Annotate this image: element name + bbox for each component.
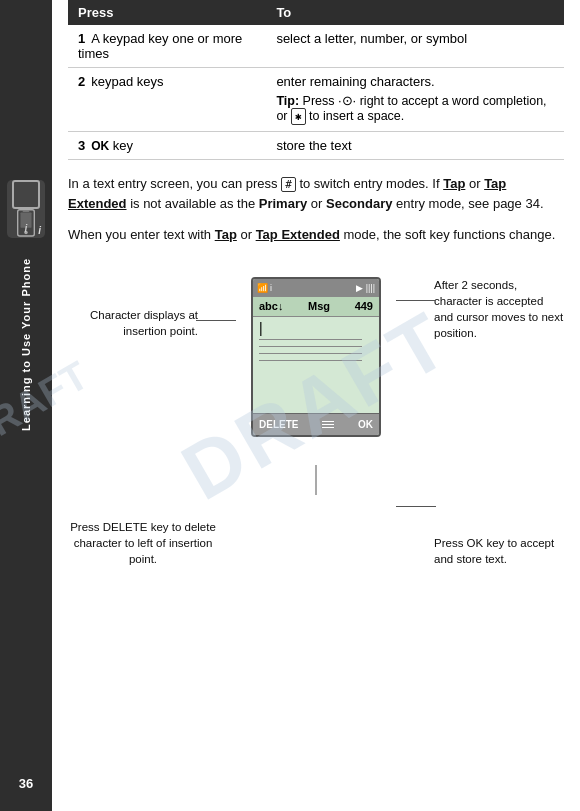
arrow-right [396,300,436,301]
table-cell-press-1: 1A keypad key one or more times [68,25,266,68]
table-cell-to-2: enter remaining characters. Tip: Press ·… [266,68,564,132]
nav-symbol: ·⊙· [338,93,356,108]
tip-text: Tip: Press ·⊙· right to accept a word co… [276,93,554,125]
phone-cursor-line [259,321,327,335]
phone-header-label: abc↓ [259,300,283,312]
secondary-ref: Secondary [326,196,392,211]
phone-icon: i [7,180,45,238]
tip-label: Tip: [276,94,299,108]
hash-key: # [281,177,296,192]
instruction-table: Press To 1A keypad key one or more times… [68,0,564,160]
press-text-3: key [109,138,133,153]
status-icon: 📶 [257,283,268,293]
arrow-left [196,320,236,321]
row-num-1: 1 [78,31,85,46]
soft-key-right: OK [358,419,373,430]
phone-header-number: 449 [355,300,373,312]
soft-key-left: DELETE [259,419,298,430]
annotation-bottom-right: Press OK key to accept and store text. [434,535,564,567]
table-row: 1A keypad key one or more times select a… [68,25,564,68]
phone-soft-keys: DELETE OK [253,413,379,435]
status-right: ▶ |||| [356,283,375,293]
table-header-press: Press [68,0,266,25]
tap-ref-1: Tap [443,176,465,191]
phone-header-title: Msg [308,300,330,312]
primary-ref: Primary [259,196,307,211]
phone-header-row: abc↓ Msg 449 [253,297,379,317]
phone-screen: 📶 i ▶ |||| abc↓ Msg 449 [251,277,381,437]
annotation-left: Character displays at insertion point. [68,307,198,339]
sidebar: i Learning to Use Your Phone 36 DRAFT [0,0,52,811]
table-cell-press-3: 3OK key [68,132,266,160]
press-text-2: keypad keys [91,74,163,89]
phone-lines [259,339,373,361]
svg-point-2 [24,231,27,234]
phone-line [259,339,362,340]
diagram-area: Character displays at insertion point. A… [68,257,564,567]
status-label: i [270,283,272,293]
svg-rect-1 [20,212,31,227]
page-number: 36 [0,776,52,791]
phone-line [259,353,362,354]
soft-key-menu-icon [322,421,334,428]
ok-key-label: OK [91,139,109,153]
row-num-3: 3 [78,138,85,153]
main-content: Press To 1A keypad key one or more times… [52,0,580,811]
table-cell-to-3: store the text [266,132,564,160]
phone-status-bar: 📶 i ▶ |||| [253,279,379,297]
svg-rect-3 [23,210,30,211]
table-cell-to-1: select a letter, number, or symbol [266,25,564,68]
status-left: 📶 i [257,283,272,293]
body-paragraph-1: In a text entry screen, you can press # … [68,174,564,213]
phone-line [259,346,362,347]
annotation-bottom-left: Press DELETE key to delete character to … [68,519,218,567]
table-row: 3OK key store the text [68,132,564,160]
star-key: ✱ [291,108,306,125]
row-num-2: 2 [78,74,85,89]
arrow-bottom [316,465,317,495]
table-header-to: To [266,0,564,25]
table-row: 2keypad keys enter remaining characters.… [68,68,564,132]
tap-ref-2: Tap [215,227,237,242]
body-paragraph-2: When you enter text with Tap or Tap Exte… [68,225,564,245]
table-cell-press-2: 2keypad keys [68,68,266,132]
arrow-bottom-right [396,506,436,507]
annotation-right: After 2 seconds, character is accepted a… [434,277,564,341]
to-text-2: enter remaining characters. [276,74,434,89]
tap-extended-ref-2: Tap Extended [256,227,340,242]
phone-body [253,317,379,393]
phone-line [259,360,362,361]
sidebar-label: Learning to Use Your Phone [20,258,32,431]
press-text-1: A keypad key one or more times [78,31,242,61]
